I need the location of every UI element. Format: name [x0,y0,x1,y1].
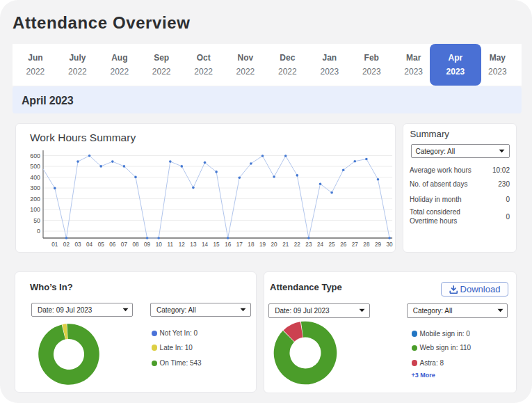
svg-text:28: 28 [363,242,370,248]
svg-text:06: 06 [109,242,116,248]
svg-text:26: 26 [340,242,347,248]
svg-text:29: 29 [375,242,382,248]
svg-text:19: 19 [259,242,266,248]
svg-text:22: 22 [294,242,301,248]
svg-text:500: 500 [30,163,40,170]
svg-text:200: 200 [30,196,40,203]
svg-text:50: 50 [33,217,40,224]
svg-text:02: 02 [63,242,70,248]
svg-text:15: 15 [213,242,220,248]
svg-text:23: 23 [305,242,312,248]
svg-text:21: 21 [282,242,289,248]
svg-text:07: 07 [121,242,128,248]
svg-text:300: 300 [30,184,40,191]
svg-text:16: 16 [225,242,232,248]
svg-text:12: 12 [179,242,186,248]
svg-text:0: 0 [37,228,40,235]
svg-text:20: 20 [271,242,278,248]
svg-text:17: 17 [236,242,243,248]
svg-text:10: 10 [156,242,163,248]
svg-text:27: 27 [352,242,359,248]
svg-text:14: 14 [202,242,209,248]
svg-text:08: 08 [132,242,139,248]
svg-text:24: 24 [317,242,324,248]
svg-text:09: 09 [144,242,151,248]
svg-text:18: 18 [248,242,255,248]
svg-text:25: 25 [329,242,336,248]
svg-text:600: 600 [30,152,40,159]
svg-text:13: 13 [190,242,197,248]
svg-text:01: 01 [51,242,58,248]
svg-text:100: 100 [30,206,40,213]
svg-text:30: 30 [387,242,394,248]
svg-text:05: 05 [98,242,105,248]
svg-text:04: 04 [86,242,93,248]
svg-text:400: 400 [30,174,40,181]
svg-text:11: 11 [168,242,174,248]
svg-text:03: 03 [74,242,81,248]
